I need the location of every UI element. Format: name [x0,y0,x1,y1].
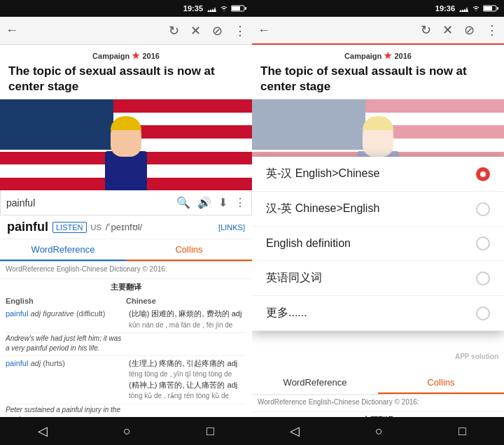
article-title-right: The topic of sexual assault is now at ce… [260,64,496,94]
dict-search-icons-left: 🔍 🔊 ⬇ ⋮ [176,196,246,209]
language-dropdown: 英-汉 English>Chinese 汉-英 Chinese>English … [252,157,504,331]
dict-entries-left: painful adj figurative (difficult) (比喻) … [0,306,252,417]
listen-button-left[interactable]: LISTEN [52,222,87,233]
svg-marker-10 [465,7,468,12]
table-row: painful adj figurative (difficult) (比喻) … [6,306,246,333]
more-icon-left[interactable]: ⋮ [234,196,246,209]
dropdown-label-zh-en: 汉-英 Chinese>English [266,202,379,216]
right-panel: 19:36 ← ↻ ✕ ⊘ ⋮ Campaign ★ 2016 The topi… [252,0,504,445]
dropdown-label-en-zh: 英-汉 English>Chinese [266,167,379,181]
campaign-star-right: ★ [384,50,392,61]
dict-tabs-right: WordReference Collins [252,372,504,395]
tab-collins-right[interactable]: Collins [378,372,504,394]
nav-back-left[interactable]: ◁ [38,423,48,439]
article-header-left: Campaign ★ 2016 The topic of sexual assa… [0,45,252,99]
browser-toolbar-left: ← ↻ ✕ ⊘ ⋮ [0,17,252,45]
svg-rect-13 [497,7,498,10]
nav-recents-left[interactable]: □ [206,424,214,439]
nav-bar-left: ◁ ○ □ [0,417,252,445]
tab-wordreference-left[interactable]: WordReference [0,239,126,261]
main-translation-label-left: 主要翻译 [6,282,246,292]
back-button-right[interactable]: ← [258,23,270,38]
wifi-icon-right [472,5,480,12]
stop-button-left[interactable]: ✕ [190,23,201,38]
article-header-right: Campaign ★ 2016 The topic of sexual assa… [252,45,504,99]
audio-icon-left[interactable]: 🔊 [197,196,211,209]
dropdown-item-en-zh[interactable]: 英-汉 English>Chinese [252,157,504,192]
left-panel: 19:35 ← ↻ ✕ ⊘ ⋮ Campaign ★ 2016 The topi… [0,0,252,445]
battery-icon-right [483,5,498,12]
table-row: painful adj (hurts) (生理上) 疼痛的, 引起疼痛的 adj… [6,356,246,404]
word-header-left: painful LISTEN US /ˈpeɪnfʊl/ [LINKS] [0,216,252,239]
search-icon-left[interactable]: 🔍 [176,196,190,209]
main-translation-label-right: 主要翻译 [258,415,498,417]
dropdown-item-more[interactable]: 更多...... [252,296,504,331]
links-button-left[interactable]: [LINKS] [218,223,245,232]
flag-canton-left [0,99,113,150]
campaign-tag-right: Campaign ★ 2016 [260,50,496,61]
tab-wordreference-right[interactable]: WordReference [252,372,378,394]
locale-left: US [91,223,102,232]
back-button-left[interactable]: ← [6,23,18,38]
battery-icon-left [231,5,246,12]
dropdown-item-synonyms[interactable]: 英语同义词 [252,261,504,296]
svg-marker-3 [214,7,216,12]
article-image-left [0,99,252,190]
dict-source-right: WordReference English-Chinese Dictionary… [252,395,504,412]
col-headers-left: English Chinese [0,294,252,306]
menu-button-right[interactable]: ⋮ [486,22,498,38]
svg-rect-5 [232,6,240,10]
status-bar-left: 19:35 [0,0,252,17]
status-icons-left [207,5,246,12]
tab-collins-left[interactable]: Collins [126,239,252,261]
dropdown-item-en-def[interactable]: English definition [252,227,504,261]
browser-toolbar-right: ← ↻ ✕ ⊘ ⋮ [252,17,504,45]
nav-home-right[interactable]: ○ [375,424,383,439]
dict-search-input-left[interactable] [6,197,171,209]
app-watermark: APP solution [455,352,498,361]
radio-en-def [476,236,490,250]
bookmark-button-left[interactable]: ⊘ [212,23,223,38]
bookmark-button-right[interactable]: ⊘ [464,22,475,38]
figure-left [98,113,154,190]
radio-en-zh [476,167,490,181]
status-icons-right [459,5,498,12]
radio-more [476,306,490,320]
article-area-left: Campaign ★ 2016 The topic of sexual assa… [0,45,252,417]
campaign-star-left: ★ [132,50,140,61]
section-header-left: 主要翻译 [0,279,252,294]
menu-button-left[interactable]: ⋮ [234,23,246,38]
chinese-header-left: Chinese [126,297,246,305]
dropdown-label-en-def: English definition [266,237,351,250]
dict-source-left: WordReference English-Chinese Dictionary… [0,262,252,279]
dict-search-bar-left: 🔍 🔊 ⬇ ⋮ [0,190,252,216]
dict-tabs-right-wrapper: WordReference Collins WordReference Engl… [252,372,504,417]
english-header-left: English [6,297,126,305]
dict-sub-2-left: Peter sustained a painful injury in the … [6,404,246,417]
word-main-left: painful [7,220,48,234]
nav-bar-right: ◁ ○ □ [252,417,504,445]
article-title-left: The topic of sexual assault is now at ce… [8,64,244,94]
download-icon-left[interactable]: ⬇ [218,196,227,209]
dropdown-label-synonyms: 英语同义词 [266,271,322,285]
time-left: 19:35 [183,4,203,13]
article-area-right: Campaign ★ 2016 The topic of sexual assa… [252,45,504,417]
svg-rect-6 [245,7,246,10]
signal-icon-left [207,5,217,12]
radio-synonyms [476,271,490,285]
refresh-button-left[interactable]: ↻ [169,23,179,38]
flag-canton-right [252,99,365,150]
dropdown-item-zh-en[interactable]: 汉-英 Chinese>English [252,192,504,227]
svg-rect-12 [484,6,492,10]
nav-home-left[interactable]: ○ [123,424,131,439]
stop-button-right[interactable]: ✕ [442,22,453,38]
status-bar-right: 19:36 [252,0,504,17]
refresh-button-right[interactable]: ↻ [421,22,431,38]
wifi-icon-left [220,5,228,12]
phonetic-left: /ˈpeɪnfʊl/ [106,222,142,232]
dropdown-label-more: 更多...... [266,306,307,320]
nav-recents-right[interactable]: □ [458,424,466,439]
nav-back-right[interactable]: ◁ [290,423,300,439]
dict-tabs-left: WordReference Collins [0,239,252,262]
time-right: 19:36 [435,4,455,13]
